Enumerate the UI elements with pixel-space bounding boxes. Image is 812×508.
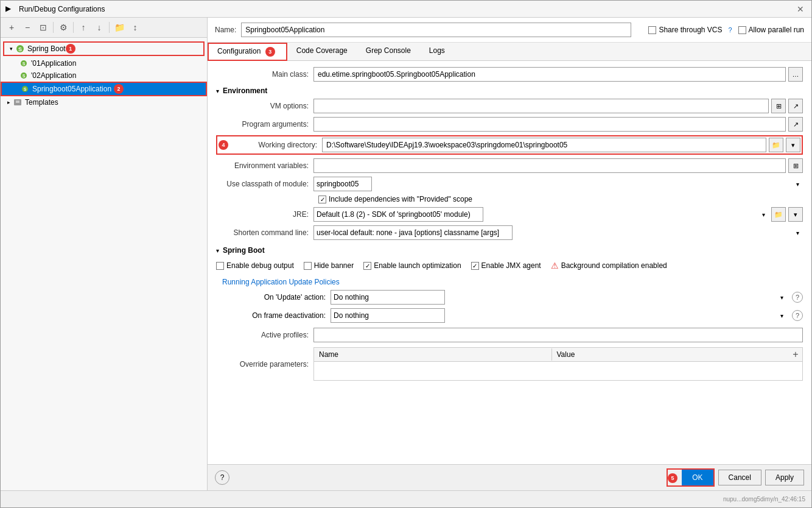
apply-button[interactable]: Apply: [765, 470, 804, 485]
on-frame-help-icon[interactable]: ?: [792, 310, 803, 321]
active-profiles-input[interactable]: [313, 328, 803, 342]
enable-jmx-checkbox[interactable]: [471, 262, 479, 270]
templates-arrow: ▸: [4, 99, 13, 105]
spring-boot-arrow[interactable]: ▾: [216, 247, 219, 254]
shorten-cmd-select[interactable]: user-local default: none - java [options…: [313, 225, 513, 240]
hide-banner-text: Hide banner: [314, 261, 354, 270]
on-update-select[interactable]: Do nothing Update classes and resources: [331, 290, 445, 305]
ok-button[interactable]: OK: [682, 470, 713, 485]
shorten-cmd-row: Shorten command line: user-local default…: [216, 225, 803, 240]
svg-text:S: S: [23, 62, 26, 66]
move-up-button[interactable]: ↑: [76, 20, 91, 35]
copy-config-button[interactable]: ⊡: [36, 20, 51, 35]
tree-item-app02[interactable]: S '02Application: [1, 69, 207, 82]
jre-dropdown-button[interactable]: ▾: [788, 207, 803, 222]
env-vars-row: Environment variables: ⊞: [216, 158, 803, 173]
vm-options-label: VM options:: [216, 102, 313, 110]
remove-config-button[interactable]: −: [20, 20, 35, 35]
shorten-cmd-label: Shorten command line:: [216, 228, 313, 237]
vm-expand-button[interactable]: ⊞: [771, 99, 786, 113]
sort-button[interactable]: ↕: [128, 20, 142, 35]
settings-button[interactable]: ⚙: [56, 20, 71, 35]
override-params-header-row: Override parameters: Name Value +: [216, 347, 803, 381]
jre-browse-button[interactable]: 📁: [771, 207, 786, 222]
global-help-button[interactable]: ?: [215, 470, 229, 485]
tab-configuration-label: Configuration: [217, 47, 261, 55]
app05-label: Springboot05Application: [32, 85, 111, 93]
close-button[interactable]: ✕: [794, 3, 807, 15]
program-args-input[interactable]: [313, 117, 786, 132]
name-input[interactable]: [241, 23, 631, 37]
on-update-label: On 'Update' action:: [228, 293, 326, 302]
tree-item-app05[interactable]: S Springboot05Application 2: [1, 82, 207, 96]
tab-grep-console[interactable]: Grep Console: [357, 43, 420, 61]
tree-group-templates[interactable]: ▸ Templates: [1, 96, 207, 108]
tab-logs[interactable]: Logs: [420, 43, 454, 61]
app02-label: '02Application: [31, 71, 76, 80]
app-icon: S: [19, 58, 29, 68]
templates-icon: [13, 97, 23, 107]
tree-group-spring-boot[interactable]: ▾ S Spring Boot 1: [3, 41, 205, 56]
add-config-button[interactable]: +: [4, 20, 19, 35]
enable-launch-opt-label[interactable]: Enable launch optimization: [363, 261, 461, 270]
share-vcs-checkbox[interactable]: [648, 26, 656, 34]
environment-title: Environment: [223, 86, 267, 95]
enable-debug-text: Enable debug output: [226, 261, 294, 270]
environment-arrow[interactable]: ▾: [216, 88, 219, 94]
tree-item-app01[interactable]: S '01Application: [1, 57, 207, 69]
right-panel: Name: Share through VCS ? Allow parallel…: [208, 18, 811, 490]
enable-jmx-text: Enable JMX agent: [481, 261, 541, 270]
working-dir-dropdown-button[interactable]: ▾: [786, 138, 800, 152]
move-down-button[interactable]: ↓: [92, 20, 107, 35]
env-vars-edit-button[interactable]: ⊞: [788, 158, 803, 173]
jre-row: JRE: Default (1.8 (2) - SDK of 'springbo…: [216, 207, 803, 222]
env-vars-input[interactable]: [313, 158, 786, 173]
vm-options-input[interactable]: [313, 99, 769, 113]
classpath-select[interactable]: springboot05: [313, 177, 372, 191]
share-vcs-help[interactable]: ?: [728, 26, 732, 34]
main-class-browse-button[interactable]: …: [788, 67, 803, 82]
hide-banner-checkbox[interactable]: [304, 262, 312, 270]
working-dir-row: 4 Working directory: 📁 ▾: [216, 135, 803, 155]
toolbar: + − ⊡ ⚙ ↑ ↓ 📁 ↕: [1, 18, 207, 38]
bottom-bar: ? 5 OK Cancel Apply: [208, 464, 811, 490]
help-area: ?: [215, 470, 229, 485]
bg-compilation-text: Background compilation enabled: [561, 261, 667, 270]
running-policies: Running Application Update Policies On '…: [216, 278, 803, 323]
env-vars-label: Environment variables:: [216, 161, 313, 170]
args-expand-button[interactable]: ↗: [788, 117, 803, 132]
enable-debug-label[interactable]: Enable debug output: [216, 261, 294, 270]
working-dir-label: Working directory:: [231, 141, 322, 149]
expand-arrow: ▾: [7, 46, 15, 52]
vm-external-button[interactable]: ↗: [788, 99, 803, 113]
program-args-label: Program arguments:: [216, 120, 313, 129]
folder-button[interactable]: 📁: [112, 20, 127, 35]
add-override-button[interactable]: +: [789, 348, 802, 361]
hide-banner-label[interactable]: Hide banner: [304, 261, 354, 270]
enable-debug-checkbox[interactable]: [216, 262, 224, 270]
allow-parallel-label[interactable]: Allow parallel run: [738, 26, 804, 34]
on-update-help-icon[interactable]: ?: [792, 292, 803, 303]
form-area: Main class: … ▾ Environment VM options:: [208, 61, 811, 464]
app01-label: '01Application: [31, 59, 76, 68]
include-deps-label[interactable]: Include dependencies with "Provided" sco…: [318, 195, 472, 203]
jre-select[interactable]: Default (1.8 (2) - SDK of 'springboot05'…: [313, 207, 483, 222]
separator: [53, 22, 54, 33]
vm-options-row: VM options: ⊞ ↗: [216, 99, 803, 113]
enable-launch-opt-checkbox[interactable]: [363, 262, 371, 270]
cancel-button[interactable]: Cancel: [718, 470, 761, 485]
include-deps-checkbox[interactable]: [318, 196, 326, 203]
app-icon2: S: [19, 71, 29, 80]
share-vcs-label[interactable]: Share through VCS: [648, 26, 722, 34]
enable-jmx-label[interactable]: Enable JMX agent: [471, 261, 541, 270]
on-frame-select[interactable]: Do nothing Update classes and resources: [331, 308, 445, 323]
tab-code-coverage[interactable]: Code Coverage: [287, 43, 357, 61]
working-dir-browse-button[interactable]: 📁: [769, 138, 783, 152]
working-dir-input[interactable]: [322, 138, 766, 152]
tab-configuration[interactable]: Configuration 3: [208, 43, 287, 61]
allow-parallel-checkbox[interactable]: [738, 26, 746, 34]
override-name-col: Name: [314, 348, 552, 361]
main-class-input[interactable]: [313, 67, 786, 82]
badge-5: 5: [668, 473, 677, 483]
main-class-label: Main class:: [216, 70, 313, 79]
